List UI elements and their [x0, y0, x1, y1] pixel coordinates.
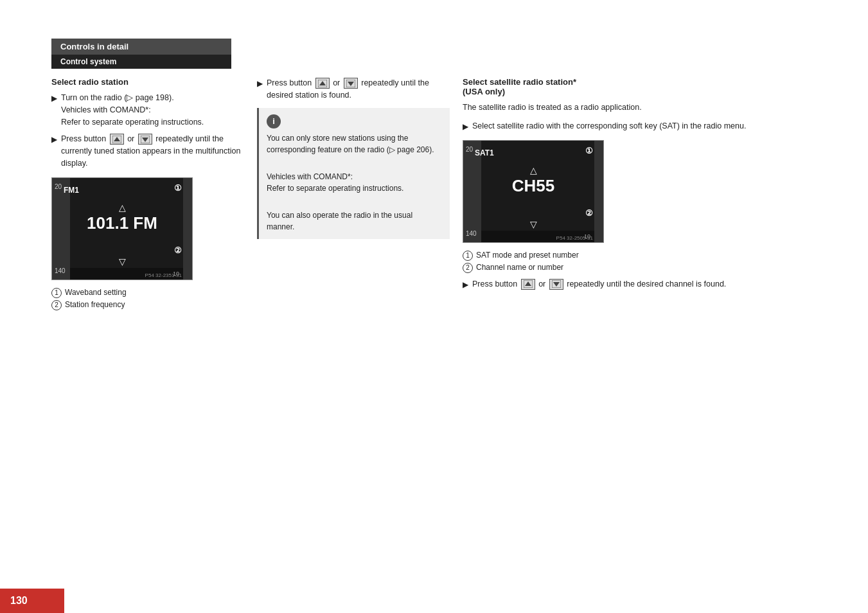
middle-down-btn-svg [318, 80, 327, 87]
btn-icon-left[interactable] [110, 134, 124, 145]
header-bar: Controls in detail Control system [51, 39, 817, 69]
sat-caption-2: 2 Channel name or number [463, 263, 817, 273]
middle-bullet-1: ▶ Press button or [257, 77, 450, 102]
header-title: Controls in detail [51, 39, 231, 55]
right-bullet-2: ▶ Press button or repeatedly until [463, 278, 817, 290]
info-box: i You can only store new stations using … [257, 108, 450, 239]
caption-1: 1 Waveband setting [51, 288, 244, 298]
caption-text-1: Waveband setting [65, 288, 127, 297]
right-section-subtitle: (USA only) [463, 87, 505, 96]
left-section-title: Select radio station [51, 77, 244, 87]
right-btn-down[interactable] [521, 279, 535, 290]
caption-circle-2: 2 [51, 300, 62, 310]
fm-num2-label: ② [174, 245, 182, 255]
sat-channel: CH55 [512, 176, 554, 196]
sat-num-140: 140 [466, 230, 479, 237]
middle-or: or [333, 78, 342, 87]
fm-display: 20 140 10 FM1 ① △ 101.1 FM ▽ [51, 177, 193, 280]
left-bullet-1: ▶ Turn on the radio (▷ page 198).Vehicle… [51, 92, 244, 128]
right-btn-up[interactable] [549, 279, 563, 290]
sat-code: P54 32-2505-31 [556, 235, 593, 241]
right-intro-text: The satellite radio is treated as a radi… [463, 102, 817, 114]
sat-arrow-down: ▽ [530, 219, 537, 229]
right-bullet-text-1: Select satellite radio with the correspo… [472, 120, 817, 132]
right-arrow-btn-svg [141, 136, 150, 143]
bullet-text-1: Turn on the radio (▷ page 198).Vehicles … [61, 92, 244, 128]
or-label: or [127, 134, 137, 143]
info-icon: i [267, 114, 281, 129]
col-left: Select radio station ▶ Turn on the radio… [51, 77, 257, 574]
middle-bullet-text: Press button or repea [267, 77, 450, 102]
header-title-row: Controls in detail Control system [51, 39, 231, 69]
sat-arrow-up: △ [530, 165, 537, 175]
fm-arrow-up: △ [119, 202, 126, 213]
middle-btn-down[interactable] [315, 78, 330, 89]
left-bullet-2: ▶ Press button or repeated [51, 133, 244, 169]
btn-icon-right[interactable] [138, 134, 152, 145]
fm-num-140: 140 [55, 267, 67, 274]
sat-num2-label: ② [585, 208, 593, 218]
middle-btn-up[interactable] [344, 78, 358, 89]
right-bullet-arrow-1: ▶ [463, 121, 468, 132]
caption-circle-1: 1 [51, 288, 62, 298]
right-or: or [538, 280, 548, 289]
info-text-3: You can also operate the radio in the us… [267, 209, 442, 233]
sat-display: 20 140 10 SAT1 ① △ CH55 ▽ [463, 140, 604, 243]
info-text-1: You can only store new stations using th… [267, 132, 442, 155]
sat1-label: SAT1 [475, 148, 494, 157]
middle-press-label: Press button [267, 78, 312, 87]
page-number: 130 [10, 595, 28, 606]
right-down-btn-svg [524, 280, 533, 288]
sat-caption-circle-2: 2 [463, 263, 473, 273]
right-bullet-1: ▶ Select satellite radio with the corres… [463, 120, 817, 132]
press-button-label: Press button [61, 134, 106, 143]
sat-caption-text-2: Channel name or number [476, 263, 563, 272]
right-bullet-text-2: Press button or repeatedly until the des… [472, 278, 817, 290]
header-subtitle: Control system [51, 55, 231, 69]
left-arrow-btn-svg [112, 136, 121, 143]
right-repeatedly: repeatedly until the desired channel is … [567, 280, 726, 289]
fm-frequency: 101.1 FM [87, 213, 157, 233]
right-up-btn-svg [552, 280, 561, 288]
bullet-arrow-1: ▶ [51, 93, 57, 128]
right-section-title-text: Select satellite radio station* [463, 77, 576, 87]
page-number-box: 130 [0, 589, 64, 613]
sat-num1-label: ① [585, 146, 593, 155]
fm1-label: FM1 [64, 186, 79, 195]
col-right: Select satellite radio station* (USA onl… [463, 77, 817, 574]
middle-up-btn-svg [346, 80, 355, 87]
middle-bullet-arrow: ▶ [257, 78, 263, 102]
col-middle: ▶ Press button or [257, 77, 463, 574]
info-text-2: Vehicles with COMAND*:Refer to separate … [267, 171, 442, 194]
right-bullet-arrow-2: ▶ [463, 279, 468, 290]
fm-num1-label: ① [174, 183, 182, 193]
sat-caption-circle-1: 1 [463, 251, 473, 261]
fm-right-bar [183, 178, 192, 280]
caption-2: 2 Station frequency [51, 300, 244, 310]
sat-caption-1: 1 SAT mode and preset number [463, 251, 817, 261]
caption-text-2: Station frequency [65, 300, 125, 309]
fm-code: P54 32-2351-31 [145, 272, 182, 278]
bullet-arrow-2: ▶ [51, 134, 57, 169]
fm-arrow-down: ▽ [119, 256, 126, 267]
sat-right-bar [594, 141, 603, 242]
main-content: Select radio station ▶ Turn on the radio… [51, 77, 817, 574]
right-press-label: Press button [472, 280, 517, 289]
sat-caption-text-1: SAT mode and preset number [476, 251, 579, 260]
right-section-title: Select satellite radio station* (USA onl… [463, 77, 817, 96]
bullet-text-2: Press button or repeatedly until the cur… [61, 133, 244, 169]
